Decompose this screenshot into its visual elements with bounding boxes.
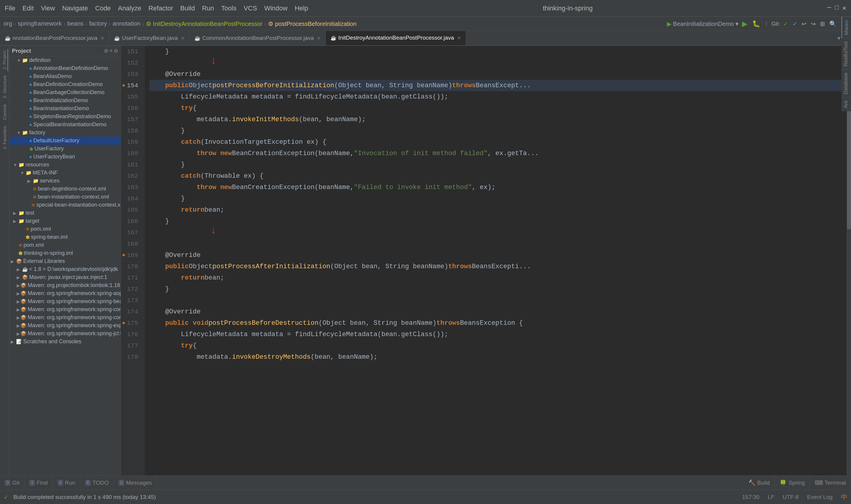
vert-label-restfultool[interactable]: RestfulTool [841, 46, 851, 69]
left-tab-structure[interactable]: 2: Structure [1, 74, 8, 100]
left-tab-commit[interactable]: Commit [1, 103, 8, 122]
git-back[interactable]: ↩ [801, 20, 807, 28]
panel-btn-sync[interactable]: ⚙ [104, 48, 108, 54]
tree-resources[interactable]: ▼ 📁 resources [10, 161, 121, 169]
maximize-btn[interactable]: □ [835, 4, 839, 12]
tree-DefaultUserFactory[interactable]: ▶ ● DefaultUserFactory [10, 137, 121, 145]
tab-3[interactable]: ☕ InitDestroyAnnotationBeanPostProcessor… [326, 31, 466, 45]
tree-maven-inject[interactable]: ▶ 📦 Maven: javax.inject:javax.inject:1 [10, 273, 121, 281]
menu-tools[interactable]: Tools [221, 4, 236, 12]
tree-springbean-iml[interactable]: ▶ ⬟ spring-bean.iml [10, 233, 121, 241]
nav-factory[interactable]: factory [89, 20, 107, 27]
tree-maven-context[interactable]: ▶ 📦 Maven: org.springframework:spring-co… [10, 305, 121, 313]
tree-scratches[interactable]: ▶ 📝 Scratches and Consoles [10, 338, 121, 346]
status-eventlog[interactable]: Event Log [807, 494, 833, 500]
tab-close-3[interactable]: ✕ [457, 35, 461, 41]
vert-label-ant[interactable]: Ant [841, 97, 851, 111]
menu-refactor[interactable]: Refactor [148, 4, 173, 12]
tree-maven-aop[interactable]: ▶ 📦 Maven: org.springframework:spring-ao… [10, 289, 121, 298]
tree-services[interactable]: ▶ 📁 services [10, 177, 121, 185]
tab-0[interactable]: ☕ nnotationBeanPostProcessor.java ✕ [0, 31, 109, 45]
menu-run[interactable]: Run [202, 4, 214, 12]
bottom-tab-terminal[interactable]: ⌨ Terminal [810, 476, 851, 490]
bottom-tab-git[interactable]: 9 Git [0, 476, 24, 490]
git-tab-label: Git [12, 480, 19, 486]
tree-maven-expr[interactable]: ▶ 📦 Maven: org.springframework:spring-ex… [10, 322, 121, 329]
nav-method[interactable]: ⚙ postProcessBeforeInitialization [268, 20, 357, 28]
tree-BeanAliasDemo[interactable]: ▶ ● BeanAliasDemo [10, 72, 121, 80]
tree-thinking-iml[interactable]: ▶ ⬟ thinking-in-spring.iml [10, 249, 121, 257]
tree-UserFactory[interactable]: ▶ ◉ UserFactory [10, 145, 121, 153]
menu-file[interactable]: File [5, 4, 15, 12]
tree-factory[interactable]: ▼ 📁 factory [10, 129, 121, 137]
menu-build[interactable]: Build [180, 4, 195, 12]
tree-jdk[interactable]: ▶ ☕ < 1.8 > D:\workspace\devtools\jdk\jd… [10, 265, 121, 273]
tree-bean-inst-xml[interactable]: ▶ ≋ bean-instantiation-context.xml [10, 193, 121, 201]
bottom-tab-spring[interactable]: 🍀 Spring [775, 476, 810, 490]
bottom-tab-messages[interactable]: 0 Messages [114, 476, 157, 490]
tree-SingletonBeanRegistrationDemo[interactable]: ▶ ● SingletonBeanRegistrationDemo [10, 112, 121, 121]
tree-pom-sub[interactable]: ▶ ≋ pom.xml [10, 225, 121, 233]
tree-special-xml[interactable]: ▶ ≋ special-bean-instantiation-context.x… [10, 201, 121, 209]
tree-UserFactoryBean[interactable]: ▶ ● UserFactoryBean [10, 153, 121, 161]
tree-test[interactable]: ▶ 📁 test [10, 209, 121, 217]
toolbar-extra1[interactable]: ⊞ [820, 20, 825, 28]
tree-maven-lombok[interactable]: ▶ 📦 Maven: org.projectlombok:lombok:1.18… [10, 281, 121, 289]
tree-target[interactable]: ▶ 📁 target [10, 217, 121, 225]
bottom-tab-run[interactable]: 4 Run [53, 476, 80, 490]
toolbar-search[interactable]: 🔍 [829, 20, 837, 28]
nav-beans[interactable]: beans [67, 20, 84, 27]
menu-edit[interactable]: Edit [22, 4, 34, 12]
git-fwd[interactable]: ↪ [811, 20, 816, 28]
nav-org[interactable]: org [4, 20, 12, 27]
run-btn[interactable]: ▶ [742, 20, 747, 28]
tree-maven-jcl[interactable]: ▶ 📦 Maven: org.springframework:spring-jc… [10, 329, 121, 338]
tree-BeanGarbageCollectionDemo[interactable]: ▶ ● BeanGarbageCollectionDemo [10, 88, 121, 96]
tree-BeanInitializationDemo[interactable]: ▶ ● BeanInitializationDemo [10, 96, 121, 105]
menu-window[interactable]: Window [264, 4, 287, 12]
menu-code[interactable]: Code [95, 4, 111, 12]
bottom-tab-find[interactable]: 3 Find [24, 476, 53, 490]
minimize-btn[interactable]: ─ [827, 4, 831, 12]
tab-close-2[interactable]: ✕ [317, 35, 321, 41]
menu-vcs[interactable]: VCS [243, 4, 257, 12]
bottom-tab-todo[interactable]: 6 TODO [80, 476, 114, 490]
menu-view[interactable]: View [41, 4, 55, 12]
menu-help[interactable]: Help [295, 4, 308, 12]
vert-label-database[interactable]: Database [841, 69, 851, 97]
vertical-scrollbar[interactable]: ✓ [847, 46, 851, 504]
tree-pom[interactable]: ▶ ≋ pom.xml [10, 241, 121, 249]
panel-btn-filter[interactable]: ≡ [110, 48, 112, 54]
code-editor[interactable]: 151 152 153 154 ● 155 156 157 158 159 16… [121, 46, 851, 504]
tab-1[interactable]: ☕ UserFactoryBean.java ✕ [109, 31, 190, 45]
debug-btn[interactable]: 🐛 [752, 20, 760, 28]
nav-class[interactable]: ⚙ InitDestroyAnnotationBeanPostProcessor [146, 20, 262, 28]
tree-maven-core[interactable]: ▶ 📦 Maven: org.springframework:spring-co… [10, 313, 121, 322]
label-jdk: < 1.8 > D:\workspace\devtools\jdk\jdk [29, 266, 118, 272]
tab-2[interactable]: ☕ CommonAnnotationBeanPostProcessor.java… [190, 31, 326, 45]
tree-META-INF[interactable]: ▼ 📁 META-INF [10, 169, 121, 177]
run-config-dropdown[interactable]: ▶ BeanInitializationDemo ▾ [667, 20, 739, 28]
tree-BeanInstantiationDemo[interactable]: ▶ ● BeanInstantiationDemo [10, 105, 121, 112]
tree-SpecialBeanInstantiationDemo[interactable]: ▶ ● SpecialBeanInstantiationDemo [10, 121, 121, 129]
menu-navigate[interactable]: Navigate [62, 4, 88, 12]
panel-btn-gear[interactable]: ⚙ [114, 48, 118, 54]
left-tab-project[interactable]: 1: Project [1, 49, 8, 71]
close-btn[interactable]: ✕ [843, 4, 846, 12]
tree-maven-beans[interactable]: ▶ 📦 Maven: org.springframework:spring-be… [10, 298, 121, 305]
tree-bean-def-xml[interactable]: ▶ ≋ bean-deginitions-context.xml [10, 185, 121, 193]
left-tab-favorites[interactable]: 2: Favorites [1, 124, 8, 151]
tree-AnnotationBeanDefinitionDemo[interactable]: ▶ ● AnnotationBeanDefinitionDemo [10, 64, 121, 72]
bottom-tab-build[interactable]: 🔨 Build [743, 476, 775, 490]
tree-external-lib[interactable]: ▶ 📦 External Libraries [10, 257, 121, 265]
label-UserFactory: UserFactory [35, 146, 64, 152]
tab-close-1[interactable]: ✕ [181, 35, 185, 41]
tree-definition[interactable]: ▼ 📁 definition [10, 56, 121, 64]
scrollbar-thumb[interactable] [847, 92, 851, 229]
tree-BeanDefinitionCreationDemo[interactable]: ▶ ● BeanDefinitionCreationDemo [10, 80, 121, 88]
menu-analyze[interactable]: Analyze [118, 4, 141, 12]
nav-springframework[interactable]: springframework [18, 20, 62, 27]
tab-close-0[interactable]: ✕ [100, 35, 104, 41]
nav-annotation[interactable]: annotation [112, 20, 140, 27]
code-line-173 [149, 295, 847, 306]
